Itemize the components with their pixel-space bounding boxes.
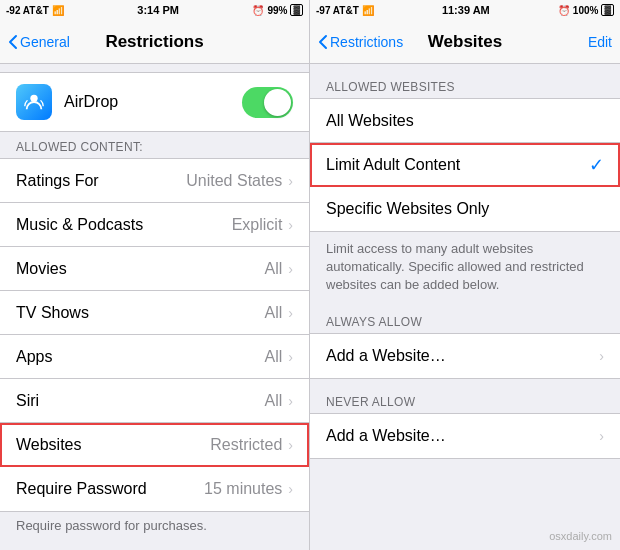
- require-password-chevron-icon: ›: [288, 481, 293, 497]
- watermark: osxdaily.com: [549, 530, 612, 542]
- right-alarm-icon: ⏰: [558, 5, 570, 16]
- always-allow-table: Add a Website… ›: [310, 333, 620, 379]
- apps-value: All: [265, 348, 283, 366]
- movies-label: Movies: [16, 260, 265, 278]
- apps-row[interactable]: Apps All ›: [0, 335, 309, 379]
- airdrop-toggle[interactable]: [242, 87, 293, 118]
- limit-adult-content-label: Limit Adult Content: [326, 156, 581, 174]
- right-battery-pct: 100%: [573, 5, 599, 16]
- battery-icon: ▓: [290, 4, 303, 16]
- tv-shows-label: TV Shows: [16, 304, 265, 322]
- music-podcasts-chevron-icon: ›: [288, 217, 293, 233]
- toggle-knob: [264, 89, 291, 116]
- right-chevron-icon: [318, 34, 328, 50]
- always-allow-chevron-icon: ›: [599, 348, 604, 364]
- music-podcasts-label: Music & Podcasts: [16, 216, 232, 234]
- specific-websites-only-row[interactable]: Specific Websites Only: [310, 187, 620, 231]
- all-websites-label: All Websites: [326, 112, 604, 130]
- limit-adult-content-row[interactable]: Limit Adult Content ✓: [310, 143, 620, 187]
- never-allow-chevron-icon: ›: [599, 428, 604, 444]
- airdrop-icon: [16, 84, 52, 120]
- left-nav-title: Restrictions: [105, 32, 203, 52]
- right-edit-button[interactable]: Edit: [588, 34, 612, 50]
- require-password-row[interactable]: Require Password 15 minutes ›: [0, 467, 309, 511]
- apps-chevron-icon: ›: [288, 349, 293, 365]
- music-podcasts-value: Explicit: [232, 216, 283, 234]
- right-nav-title: Websites: [428, 32, 502, 52]
- websites-chevron-icon: ›: [288, 437, 293, 453]
- airdrop-row[interactable]: AirDrop: [0, 72, 309, 132]
- allowed-content-header: ALLOWED CONTENT:: [0, 132, 309, 158]
- tv-shows-value: All: [265, 304, 283, 322]
- music-podcasts-row[interactable]: Music & Podcasts Explicit ›: [0, 203, 309, 247]
- apps-label: Apps: [16, 348, 265, 366]
- left-back-button[interactable]: General: [8, 34, 70, 50]
- siri-row[interactable]: Siri All ›: [0, 379, 309, 423]
- never-allow-table: Add a Website… ›: [310, 413, 620, 459]
- ratings-for-chevron-icon: ›: [288, 173, 293, 189]
- left-back-label: General: [20, 34, 70, 50]
- never-allow-add-label: Add a Website…: [326, 427, 599, 445]
- website-options-table: All Websites Limit Adult Content ✓ Speci…: [310, 98, 620, 232]
- right-back-label: Restrictions: [330, 34, 403, 50]
- right-wifi-icon: 📶: [362, 5, 374, 16]
- airdrop-label: AirDrop: [64, 93, 242, 111]
- wifi-icon: 📶: [52, 5, 64, 16]
- left-nav-bar: General Restrictions: [0, 20, 309, 64]
- siri-value: All: [265, 392, 283, 410]
- website-description: Limit access to many adult websites auto…: [310, 232, 620, 307]
- alarm-icon: ⏰: [252, 5, 264, 16]
- never-allow-header: NEVER ALLOW: [310, 387, 620, 413]
- tv-shows-row[interactable]: TV Shows All ›: [0, 291, 309, 335]
- all-websites-row[interactable]: All Websites: [310, 99, 620, 143]
- right-nav-bar: Restrictions Websites Edit: [310, 20, 620, 64]
- right-time: 11:39 AM: [442, 4, 490, 16]
- movies-chevron-icon: ›: [288, 261, 293, 277]
- footer-text: Require password for purchases.: [0, 512, 309, 539]
- ratings-for-row[interactable]: Ratings For United States ›: [0, 159, 309, 203]
- left-status-bar: -92 AT&T 📶 3:14 PM ⏰ 99% ▓: [0, 0, 309, 20]
- allowed-websites-header: ALLOWED WEBSITES: [310, 72, 620, 98]
- svg-point-0: [30, 95, 37, 102]
- carrier-text: -92 AT&T: [6, 5, 49, 16]
- require-password-value: 15 minutes: [204, 480, 282, 498]
- left-time: 3:14 PM: [137, 4, 179, 16]
- ratings-for-value: United States: [186, 172, 282, 190]
- left-carrier: -92 AT&T 📶: [6, 5, 64, 16]
- siri-label: Siri: [16, 392, 265, 410]
- right-back-button[interactable]: Restrictions: [318, 34, 403, 50]
- never-allow-add-row[interactable]: Add a Website… ›: [310, 414, 620, 458]
- siri-chevron-icon: ›: [288, 393, 293, 409]
- checkmark-icon: ✓: [589, 154, 604, 176]
- always-allow-add-row[interactable]: Add a Website… ›: [310, 334, 620, 378]
- movies-row[interactable]: Movies All ›: [0, 247, 309, 291]
- left-chevron-icon: [8, 34, 18, 50]
- always-allow-add-label: Add a Website…: [326, 347, 599, 365]
- websites-row[interactable]: Websites Restricted ›: [0, 423, 309, 467]
- ratings-for-label: Ratings For: [16, 172, 186, 190]
- content-table: Ratings For United States › Music & Podc…: [0, 158, 309, 512]
- require-password-label: Require Password: [16, 480, 204, 498]
- specific-websites-label: Specific Websites Only: [326, 200, 604, 218]
- always-allow-header: ALWAYS ALLOW: [310, 307, 620, 333]
- movies-value: All: [265, 260, 283, 278]
- left-battery: ⏰ 99% ▓: [252, 4, 303, 16]
- websites-value: Restricted: [210, 436, 282, 454]
- battery-pct: 99%: [267, 5, 287, 16]
- tv-shows-chevron-icon: ›: [288, 305, 293, 321]
- right-status-bar: -97 AT&T 📶 11:39 AM ⏰ 100% ▓: [310, 0, 620, 20]
- left-panel: -92 AT&T 📶 3:14 PM ⏰ 99% ▓ General Restr…: [0, 0, 310, 550]
- websites-label: Websites: [16, 436, 210, 454]
- right-carrier: -97 AT&T 📶: [316, 5, 374, 16]
- right-battery-icon: ▓: [601, 4, 614, 16]
- right-panel: -97 AT&T 📶 11:39 AM ⏰ 100% ▓ Restriction…: [310, 0, 620, 550]
- right-carrier-text: -97 AT&T: [316, 5, 359, 16]
- right-battery: ⏰ 100% ▓: [558, 4, 614, 16]
